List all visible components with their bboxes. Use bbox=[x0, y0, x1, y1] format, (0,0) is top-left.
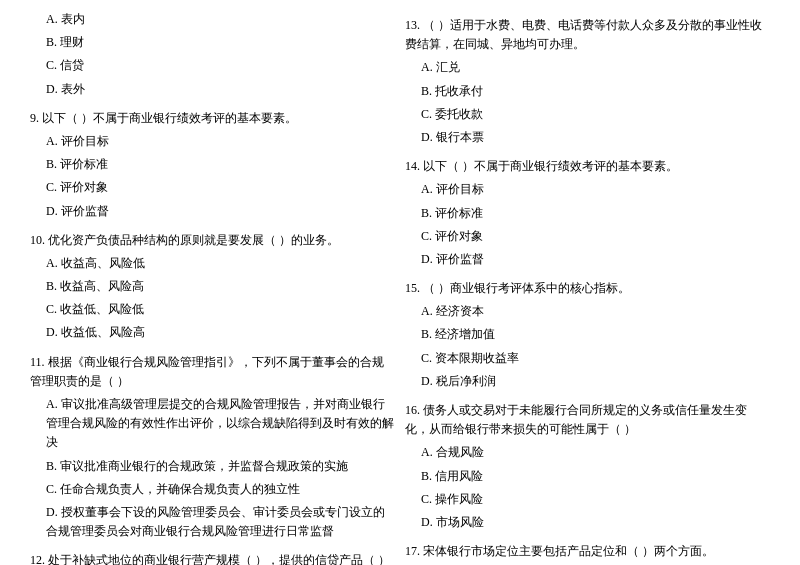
option-text: C. 评价对象 bbox=[405, 227, 770, 246]
option-text: B. 评价标准 bbox=[405, 204, 770, 223]
option-text: D. 表外 bbox=[30, 80, 395, 99]
option-text: C. 任命合规负责人，并确保合规负责人的独立性 bbox=[30, 480, 395, 499]
question-text: 16. 债务人或交易对于未能履行合同所规定的义务或信任量发生变化，从而给银行带来… bbox=[405, 401, 770, 439]
option-text: A. 审议批准高级管理层提交的合规风险管理报告，并对商业银行管理合规风险的有效性… bbox=[30, 395, 395, 453]
option-text: A. 表内 bbox=[30, 10, 395, 29]
option-text: A. 合规风险 bbox=[405, 443, 770, 462]
option-text: C. 评价对象 bbox=[30, 178, 395, 197]
option-text: A. 收益高、风险低 bbox=[30, 254, 395, 273]
question-text: 12. 处于补缺式地位的商业银行营产规模（ ），提供的信贷产品（ ） bbox=[30, 551, 395, 565]
option-text: D. 银行本票 bbox=[405, 128, 770, 147]
option-text: D. 税后净利润 bbox=[405, 372, 770, 391]
option-text: C. 操作风险 bbox=[405, 490, 770, 509]
question-text: 11. 根据《商业银行合规风险管理指引》，下列不属于董事会的合规管理职责的是（ … bbox=[30, 353, 395, 391]
option-text: B. 理财 bbox=[30, 33, 395, 52]
option-text: B. 托收承付 bbox=[405, 82, 770, 101]
option-text: A. 评价目标 bbox=[405, 180, 770, 199]
question-text: 15. （ ）商业银行考评体系中的核心指标。 bbox=[405, 279, 770, 298]
question-text: 13. （ ）适用于水费、电费、电话费等付款人众多及分散的事业性收费结算，在同城… bbox=[405, 16, 770, 54]
option-text: B. 经济增加值 bbox=[405, 325, 770, 344]
left-column: A. 表内B. 理财C. 信贷D. 表外9. 以下（ ）不属于商业银行绩效考评的… bbox=[30, 10, 395, 565]
option-text: B. 收益高、风险高 bbox=[30, 277, 395, 296]
option-text: B. 评价标准 bbox=[30, 155, 395, 174]
option-text: C. 收益低、风险低 bbox=[30, 300, 395, 319]
option-text: D. 评价监督 bbox=[405, 250, 770, 269]
option-text: A. 汇兑 bbox=[405, 58, 770, 77]
option-text: B. 信用风险 bbox=[405, 467, 770, 486]
page-content: A. 表内B. 理财C. 信贷D. 表外9. 以下（ ）不属于商业银行绩效考评的… bbox=[30, 10, 770, 565]
option-text: D. 评价监督 bbox=[30, 202, 395, 221]
option-text: A. 经济资本 bbox=[405, 302, 770, 321]
option-text: C. 委托收款 bbox=[405, 105, 770, 124]
question-text: 17. 宋体银行市场定位主要包括产品定位和（ ）两个方面。 bbox=[405, 542, 770, 561]
right-column: 13. （ ）适用于水费、电费、电话费等付款人众多及分散的事业性收费结算，在同城… bbox=[405, 10, 770, 565]
question-text: 14. 以下（ ）不属于商业银行绩效考评的基本要素。 bbox=[405, 157, 770, 176]
option-text: C. 资本限期收益率 bbox=[405, 349, 770, 368]
option-text: D. 市场风险 bbox=[405, 513, 770, 532]
option-text: A. 评价目标 bbox=[30, 132, 395, 151]
option-text: C. 信贷 bbox=[30, 56, 395, 75]
question-text: 9. 以下（ ）不属于商业银行绩效考评的基本要素。 bbox=[30, 109, 395, 128]
option-text: D. 收益低、风险高 bbox=[30, 323, 395, 342]
option-text: D. 授权董事会下设的风险管理委员会、审计委员会或专门设立的合规管理委员会对商业… bbox=[30, 503, 395, 541]
option-text: B. 审议批准商业银行的合规政策，并监督合规政策的实施 bbox=[30, 457, 395, 476]
question-text: 10. 优化资产负债品种结构的原则就是要发展（ ）的业务。 bbox=[30, 231, 395, 250]
